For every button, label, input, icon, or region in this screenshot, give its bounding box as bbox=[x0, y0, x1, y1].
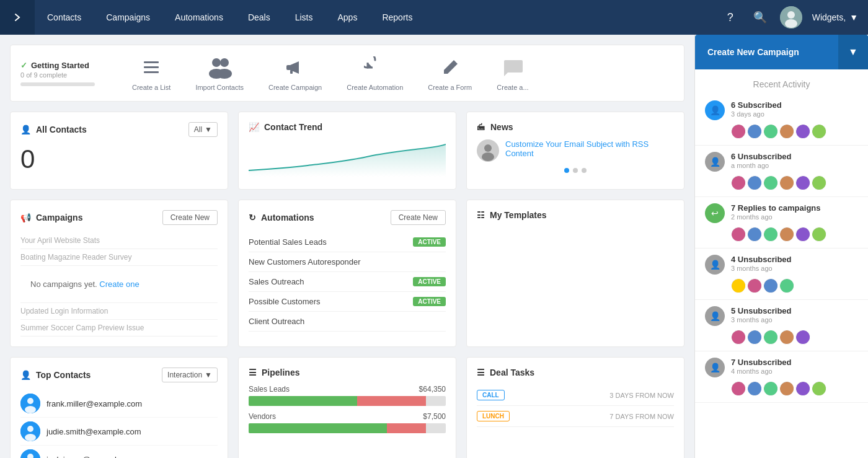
activity-avatar bbox=[763, 124, 778, 139]
activity-info: 6 Unsubscribed a month ago bbox=[731, 152, 792, 169]
svg-point-2 bbox=[785, 19, 797, 28]
gs-item-import[interactable]: Import Contacts bbox=[195, 55, 244, 91]
nav-automations[interactable]: Automations bbox=[162, 0, 236, 35]
nav-contacts[interactable]: Contacts bbox=[35, 0, 94, 35]
unsubscribed-icon-4: 👤 bbox=[705, 358, 725, 377]
svg-point-23 bbox=[732, 125, 746, 139]
contacts-filter-dropdown[interactable]: All ▼ bbox=[188, 122, 218, 137]
list-item: jack.jones@example.com bbox=[20, 446, 218, 458]
contacts-filter[interactable]: Interaction ▼ bbox=[162, 368, 218, 382]
gs-item-campaign[interactable]: Create Campaign bbox=[268, 55, 322, 91]
list-item: Sales Leads $64,350 bbox=[249, 385, 446, 406]
gs-item-other[interactable]: Create a... bbox=[497, 55, 528, 91]
contact-avatar bbox=[20, 394, 40, 413]
row-1: 👤 All Contacts All ▼ 0 📈 Contact Trend bbox=[10, 112, 684, 190]
users-icon bbox=[207, 55, 232, 80]
activity-avatar bbox=[812, 227, 826, 242]
deal-time: 3 DAYS FROM NOW bbox=[609, 392, 674, 399]
campaign-list: Your April Website Stats Boating Magazin… bbox=[20, 232, 218, 337]
activity-avatar bbox=[731, 227, 746, 242]
activity-avatar bbox=[779, 278, 794, 293]
svg-point-26 bbox=[780, 125, 794, 139]
list-item: CALL 3 DAYS FROM NOW bbox=[477, 385, 674, 406]
main-layout: ✓ Getting Started 0 of 9 complete Create… bbox=[0, 35, 868, 458]
nav-deals[interactable]: Deals bbox=[236, 0, 283, 35]
gs-item-form[interactable]: Create a Form bbox=[428, 55, 472, 91]
deal-time: 7 DAYS FROM NOW bbox=[609, 413, 674, 420]
gs-item-label-campaign: Create Campaign bbox=[268, 84, 322, 91]
help-icon[interactable]: ? bbox=[720, 7, 740, 27]
svg-point-25 bbox=[764, 125, 778, 139]
no-campaigns-text: No campaigns yet. Create one bbox=[20, 270, 149, 299]
active-badge: ACTIVE bbox=[413, 237, 446, 247]
list-item: LUNCH 7 DAYS FROM NOW bbox=[477, 406, 674, 427]
nav-right: ? 🔍 Widgets, ▼ bbox=[711, 6, 868, 29]
activity-item: ↩ 7 Replies to campaigns 2 months ago bbox=[695, 197, 868, 249]
activity-avatar bbox=[795, 175, 810, 190]
activity-avatar bbox=[763, 330, 778, 345]
avatar[interactable] bbox=[780, 6, 802, 29]
svg-point-34 bbox=[812, 176, 826, 190]
news-dots bbox=[477, 168, 674, 173]
activity-avatar bbox=[763, 278, 778, 293]
getting-started-panel: ✓ Getting Started 0 of 9 complete Create… bbox=[10, 45, 684, 102]
news-card: 🖮 News Customize Your Email Subject with… bbox=[466, 112, 684, 190]
activity-avatar bbox=[779, 124, 794, 139]
news-title: 🖮 News bbox=[477, 122, 513, 132]
campaigns-create-button[interactable]: Create New bbox=[162, 210, 218, 225]
svg-point-28 bbox=[812, 125, 826, 139]
activity-avatar bbox=[731, 330, 746, 345]
activity-text: 7 Replies to campaigns bbox=[731, 203, 821, 213]
svg-point-24 bbox=[748, 125, 762, 139]
nav-lists[interactable]: Lists bbox=[283, 0, 326, 35]
contact-trend-header: 📈 Contact Trend bbox=[249, 122, 446, 132]
activity-avatar bbox=[779, 330, 794, 345]
contact-email: judie.smith@example.com bbox=[46, 427, 141, 436]
svg-point-54 bbox=[796, 382, 810, 396]
svg-point-44 bbox=[780, 279, 794, 293]
svg-point-43 bbox=[764, 279, 778, 293]
list-item: Client Outreach bbox=[249, 312, 446, 332]
gs-item-label-form: Create a Form bbox=[428, 84, 472, 91]
nav-campaigns[interactable]: Campaigns bbox=[94, 0, 162, 35]
nav-apps[interactable]: Apps bbox=[326, 0, 370, 35]
activity-header: 👤 6 Subscribed 3 days ago bbox=[705, 100, 858, 120]
deal-list: CALL 3 DAYS FROM NOW LUNCH 7 DAYS FROM N… bbox=[477, 385, 674, 427]
create-one-link[interactable]: Create one bbox=[99, 280, 139, 289]
activity-text: 7 Unsubscribed bbox=[731, 358, 792, 367]
pipeline-bar bbox=[249, 423, 446, 433]
check-icon: ✓ bbox=[20, 61, 27, 70]
svg-point-45 bbox=[732, 330, 746, 345]
create-campaign-button[interactable]: Create New Campaign bbox=[695, 35, 838, 69]
nav-toggle[interactable] bbox=[0, 0, 35, 35]
list-item: Sales Outreach ACTIVE bbox=[249, 272, 446, 292]
gs-title: ✓ Getting Started bbox=[20, 61, 107, 70]
list-icon bbox=[139, 55, 164, 80]
news-link[interactable]: Customize Your Email Subject with RSS Co… bbox=[505, 139, 674, 158]
automations-icon: ↻ bbox=[249, 213, 256, 222]
svg-point-35 bbox=[732, 227, 746, 242]
activity-avatar bbox=[747, 381, 762, 396]
pipeline-bar-green bbox=[249, 423, 387, 433]
search-icon[interactable]: 🔍 bbox=[750, 7, 770, 27]
gs-item-automation[interactable]: Create Automation bbox=[347, 55, 403, 91]
create-campaign-dropdown[interactable]: ▼ bbox=[838, 35, 868, 69]
activity-time: 4 months ago bbox=[731, 368, 792, 375]
automations-title: ↻ Automations bbox=[249, 213, 314, 222]
activity-item: 👤 6 Unsubscribed a month ago bbox=[695, 146, 868, 197]
trend-icon: 📈 bbox=[249, 122, 259, 132]
nav-reports[interactable]: Reports bbox=[370, 0, 425, 35]
activity-header: 👤 4 Unsubscribed 3 months ago bbox=[705, 255, 858, 275]
automations-create-button[interactable]: Create New bbox=[391, 210, 446, 225]
activity-avatar bbox=[763, 381, 778, 396]
replies-icon: ↩ bbox=[705, 203, 725, 223]
activity-header: 👤 7 Unsubscribed 4 months ago bbox=[705, 358, 858, 377]
svg-point-1 bbox=[787, 11, 795, 19]
deal-tasks-card: ☰ Deal Tasks CALL 3 DAYS FROM NOW LUNCH … bbox=[466, 357, 684, 458]
svg-point-39 bbox=[796, 227, 810, 242]
activity-info: 4 Unsubscribed 3 months ago bbox=[731, 255, 792, 272]
pipelines-icon: ☰ bbox=[249, 368, 257, 377]
gs-item-list[interactable]: Create a List bbox=[132, 55, 170, 91]
list-item: Vendors $7,500 bbox=[249, 412, 446, 433]
nav-user[interactable]: Widgets, ▼ bbox=[812, 12, 858, 22]
